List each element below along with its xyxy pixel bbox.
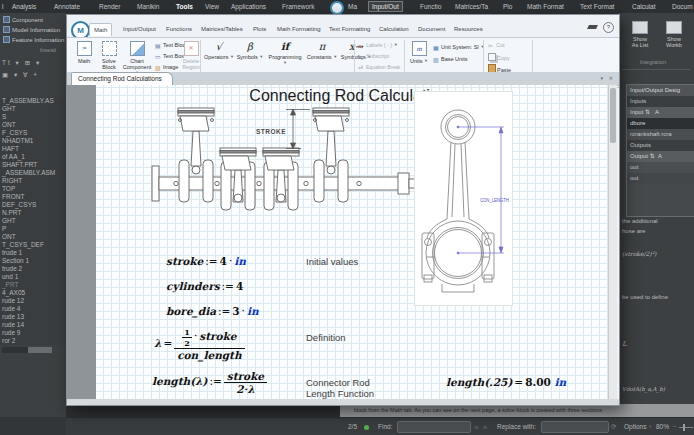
tree-toolbar-row2[interactable]: ▣ ▾ ∀ + [2, 71, 39, 79]
math-region-lambda[interactable]: λ=12·strokecon_length [154, 327, 245, 361]
tree-item[interactable]: ONT [0, 233, 66, 241]
programming-button[interactable]: if Programming ▼ [266, 40, 304, 66]
replace-input[interactable] [541, 421, 609, 433]
base-units-button[interactable]: ▥Base Units [433, 56, 468, 64]
output-row-out-2[interactable]: out [627, 173, 694, 184]
tree-item[interactable]: TOP [0, 185, 66, 193]
math-region-bore-dia[interactable]: bore_dia:=3·in [166, 305, 259, 317]
math-region-button[interactable]: := Math [72, 40, 96, 64]
document-tab[interactable]: Connecting Rod Calculations [71, 72, 173, 85]
tree-item[interactable]: P [0, 225, 66, 233]
solve-block-button[interactable]: SolveBlock [97, 40, 121, 70]
math-region-length-result[interactable]: length(.25)=8.00 in [446, 376, 566, 388]
tree-item[interactable]: DEF_CSYS [0, 201, 66, 209]
tab-text-formatting[interactable]: Text Formatting [325, 23, 374, 35]
creo-tab-framework[interactable]: Framework [282, 3, 315, 10]
elearning-cap-icon[interactable] [587, 25, 598, 29]
tree-item[interactable]: SHAFT.PRT [0, 161, 66, 169]
tree-toolbar-row1[interactable]: Tt ▾ ⊞ ▾ [2, 59, 41, 67]
input-row-rcrankshaft[interactable]: rcrankshaft rcra [627, 129, 694, 140]
text-region-definition[interactable]: Definition [306, 332, 346, 343]
tab-calculation[interactable]: Calculation [375, 23, 413, 35]
find-input[interactable] [397, 421, 471, 433]
back-tab-math-format[interactable]: Math Format [527, 3, 564, 10]
options-button[interactable]: Options ▼ [624, 423, 652, 430]
crankshaft-drawing[interactable] [146, 106, 421, 241]
chart-component-button[interactable]: ChartComponent ▼ [122, 40, 152, 76]
tab-plots[interactable]: Plots [249, 23, 270, 35]
canvas-vertical-scrollbar[interactable] [608, 85, 617, 399]
tree-item[interactable]: trude 1 [0, 249, 66, 257]
symbols-button[interactable]: β Symbols ▼ [236, 40, 264, 60]
tree-item[interactable]: F_CSYS [0, 129, 66, 137]
creo-tab-annotate[interactable]: Annotate [54, 3, 80, 10]
tree-item[interactable]: rude 14 [0, 321, 66, 329]
unit-system-button[interactable]: ▦Unit System: SI ▼ [433, 44, 484, 52]
creo-tab-tools[interactable]: Tools [176, 3, 193, 10]
tree-item[interactable]: ONT [0, 121, 66, 129]
tab-resources[interactable]: Resources [450, 23, 487, 35]
tree-horizontal-scrollbar[interactable] [2, 347, 52, 353]
labels-button[interactable]: aLabels ( - ) ▼ [358, 42, 398, 50]
tree-item[interactable]: rude 4 [0, 305, 66, 313]
tree-item[interactable]: trude 2 [0, 265, 66, 273]
subscript-button[interactable]: x₂Subscript [358, 53, 389, 61]
constants-button[interactable]: π Constants ▼ [306, 40, 338, 60]
back-tab-input-output[interactable]: Input/Out [368, 1, 403, 12]
creo-component-button[interactable]: Component [3, 16, 43, 23]
tree-item[interactable]: Section 1 [0, 257, 66, 265]
creo-tab-analysis[interactable]: Analysis [12, 3, 36, 10]
outputs-column-header[interactable]: Output ⇅ A [627, 151, 694, 162]
zoom-slider[interactable] [679, 427, 693, 428]
ribbon-collapse-icon[interactable]: ▾ [600, 75, 603, 81]
math-region-cylinders[interactable]: cylinders:=4 [166, 280, 243, 292]
output-row-out-1[interactable]: out [627, 162, 694, 173]
back-tab-calculation[interactable]: Calculat [632, 3, 655, 10]
tree-item[interactable]: 4_AX05 [0, 289, 66, 297]
tree-item[interactable]: GHT [0, 105, 66, 113]
text-region-connector-rod[interactable]: Connector Rod Length Function [306, 377, 374, 399]
back-tab-document[interactable]: Docum [672, 3, 693, 10]
tree-item[interactable]: GHT [0, 217, 66, 225]
replace-refresh-icon[interactable]: ⟳ [611, 423, 616, 431]
units-button[interactable]: m Units ▼ [407, 40, 431, 64]
tree-item[interactable]: HAFT [0, 145, 66, 153]
tree-item[interactable]: of AA_1 [0, 153, 66, 161]
back-tab-math[interactable]: Ma [348, 3, 357, 10]
tab-input-output[interactable]: Input/Output [119, 23, 160, 35]
tab-math-formatting[interactable]: Math Formatting [273, 23, 325, 35]
zoom-out-icon[interactable]: − [673, 423, 677, 430]
inputs-column-header[interactable]: Input ⇅ A [627, 107, 694, 118]
tab-functions[interactable]: Functions [162, 23, 196, 35]
math-region-stroke[interactable]: stroke:=4·in [166, 255, 246, 267]
tab-math[interactable]: Math [89, 23, 112, 36]
find-next-icon[interactable]: ▹ [484, 423, 487, 431]
canvas-scroll-thumb[interactable] [610, 88, 616, 143]
worksheet-page[interactable]: Connecting Rod Calculations [96, 85, 609, 399]
tab-matrices-tables[interactable]: Matrices/Tables [197, 23, 247, 35]
creo-tab-applications[interactable]: Applications [231, 3, 266, 10]
tree-item[interactable]: S [0, 113, 66, 121]
math-region-length-function[interactable]: length(λ):=stroke2·λ [152, 370, 267, 395]
tree-item[interactable]: rude 9 [0, 329, 66, 337]
find-prev-icon[interactable]: ◃ [474, 423, 477, 431]
tree-item[interactable]: ror 2 [0, 337, 66, 345]
image-button[interactable]: ▨Image [155, 64, 178, 72]
back-tab-matrices[interactable]: Matrices/Ta [455, 3, 488, 10]
cut-button[interactable]: ✂Cut [488, 42, 505, 50]
operators-button[interactable]: √ Operators ▼ [204, 40, 234, 60]
creo-tab-render[interactable]: Render [99, 3, 120, 10]
tree-item[interactable]: T_ASSEMBLY.AS [0, 97, 66, 105]
back-tab-functions[interactable]: Functio [420, 3, 441, 10]
input-row-dbore[interactable]: dbore [627, 118, 694, 129]
tree-item[interactable]: NHADTM1 [0, 137, 66, 145]
tree-item[interactable]: und 1 [0, 273, 66, 281]
show-workbook-button[interactable]: Show Workb [660, 21, 688, 48]
tree-item[interactable]: RIGHT [0, 177, 66, 185]
creo-tab-fragment[interactable]: l [2, 3, 3, 10]
tree-item[interactable]: rude 12 [0, 297, 66, 305]
tree-scroll-thumb[interactable] [28, 347, 52, 353]
zoom-slider-thumb[interactable] [683, 424, 685, 431]
creo-tab-view[interactable]: View [205, 3, 219, 10]
text-region-initial-values[interactable]: Initial values [306, 256, 358, 267]
